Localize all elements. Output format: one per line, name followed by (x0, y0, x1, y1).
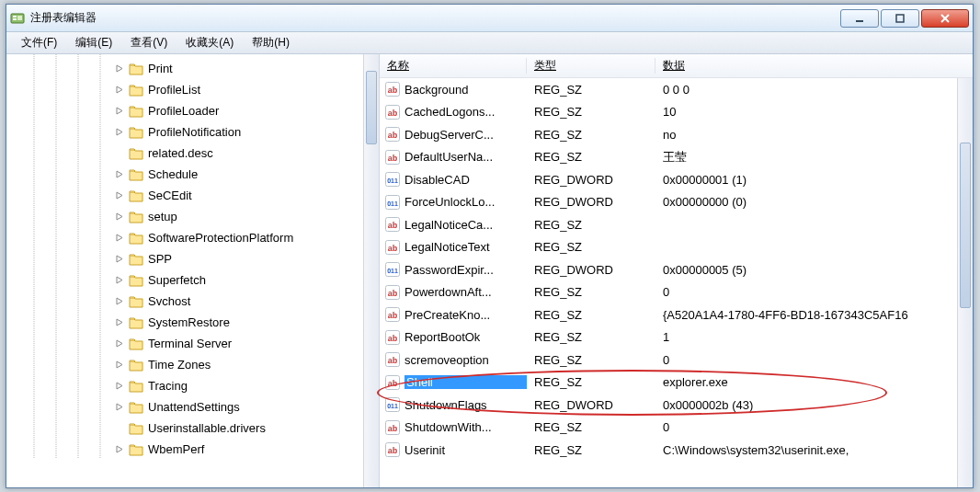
value-row[interactable]: abDebugServerC...REG_SZno (380, 123, 973, 146)
value-row[interactable]: abBackgroundREG_SZ0 0 0 (380, 78, 973, 101)
tree-item[interactable]: Svchost (6, 291, 379, 312)
value-row[interactable]: abShutdownWith...REG_SZ0 (380, 417, 973, 440)
maximize-button[interactable] (881, 9, 919, 28)
value-row[interactable]: abDefaultUserNa...REG_SZ王莹 (380, 146, 973, 169)
tree-item[interactable]: Print (6, 58, 379, 79)
svg-text:ab: ab (388, 244, 398, 253)
expand-icon[interactable] (115, 317, 125, 327)
tree-item[interactable]: SeCEdit (6, 185, 379, 206)
value-type: REG_DWORD (527, 195, 655, 209)
value-name: ReportBootOk (405, 330, 527, 344)
menu-edit[interactable]: 编辑(E) (66, 32, 121, 53)
tree-item[interactable]: WbemPerf (6, 439, 379, 460)
menu-favorites[interactable]: 收藏夹(A) (177, 32, 243, 53)
value-row[interactable]: abPreCreateKno...REG_SZ{A520A1A4-1780-4F… (380, 303, 973, 326)
svg-text:011: 011 (387, 200, 398, 206)
expand-icon[interactable] (115, 296, 125, 306)
value-row[interactable]: abCachedLogons...REG_SZ10 (380, 101, 973, 124)
tree-item[interactable]: related.desc (6, 143, 379, 164)
value-row[interactable]: abPowerdownAft...REG_SZ0 (380, 281, 973, 304)
tree-item[interactable]: SystemRestore (6, 312, 379, 333)
expand-icon[interactable] (115, 275, 125, 285)
tree-item[interactable]: Schedule (6, 164, 379, 185)
value-data: C:\Windows\system32\userinit.exe, (655, 443, 973, 457)
svg-text:ab: ab (388, 311, 398, 320)
string-icon: ab (385, 442, 400, 457)
folder-icon (129, 126, 143, 139)
svg-rect-3 (17, 16, 22, 20)
expand-icon[interactable] (115, 360, 125, 370)
col-data[interactable]: 数据 (655, 58, 973, 74)
tree-item-label: Terminal Server (148, 337, 232, 350)
value-name: Background (405, 83, 527, 97)
value-type: REG_SZ (527, 240, 655, 254)
value-row[interactable]: 011ShutdownFlagsREG_DWORD0x0000002b (43) (380, 394, 973, 417)
tree-item[interactable]: Superfetch (6, 269, 379, 291)
expand-icon[interactable] (115, 254, 125, 264)
expand-icon[interactable] (115, 381, 125, 391)
tree-item[interactable]: Userinstallable.drivers (6, 418, 379, 439)
expand-icon[interactable] (115, 212, 125, 222)
expand-icon[interactable] (115, 169, 125, 179)
tree-scrollbar[interactable] (363, 54, 379, 487)
svg-text:ab: ab (388, 86, 398, 95)
tree-item[interactable]: ProfileList (6, 79, 379, 100)
value-row[interactable]: 011DisableCADREG_DWORD0x00000001 (1) (380, 168, 973, 191)
string-icon: ab (385, 82, 400, 97)
close-button[interactable] (921, 9, 969, 28)
regedit-app-icon (10, 11, 25, 26)
menu-view[interactable]: 查看(V) (121, 32, 177, 53)
tree-item[interactable]: UnattendSettings (6, 396, 379, 418)
tree-item[interactable]: setup (6, 206, 379, 227)
folder-icon (129, 401, 143, 414)
titlebar[interactable]: 注册表编辑器 (6, 5, 973, 32)
expand-icon[interactable] (115, 338, 125, 349)
dword-icon: 011 (385, 262, 400, 277)
value-row[interactable]: abShellREG_SZexplorer.exe (380, 372, 973, 395)
expand-icon[interactable] (115, 106, 125, 116)
minimize-button[interactable] (840, 9, 879, 28)
value-row[interactable]: abLegalNoticeCa...REG_SZ (380, 213, 973, 236)
menu-help[interactable]: 帮助(H) (243, 32, 299, 53)
folder-icon (129, 63, 143, 75)
value-data: 0 (655, 285, 973, 299)
svg-text:ab: ab (388, 424, 398, 433)
tree-item-label: Schedule (148, 167, 198, 181)
tree-item[interactable]: ProfileNotification (6, 121, 379, 143)
tree-item[interactable]: Terminal Server (6, 333, 379, 354)
value-row[interactable]: abUserinitREG_SZC:\Windows\system32\user… (380, 439, 973, 462)
string-icon: ab (385, 217, 400, 232)
tree-item[interactable]: ProfileLoader (6, 100, 379, 121)
expand-icon[interactable] (115, 85, 125, 95)
tree-item[interactable]: SoftwareProtectionPlatform (6, 227, 379, 248)
expand-icon[interactable] (115, 148, 125, 158)
svg-text:011: 011 (387, 268, 398, 274)
menu-file[interactable]: 文件(F) (12, 32, 66, 53)
expand-icon[interactable] (115, 444, 125, 454)
value-row[interactable]: 011PasswordExpir...REG_DWORD0x00000005 (… (380, 258, 973, 281)
col-type[interactable]: 类型 (527, 58, 655, 74)
tree-item[interactable]: Tracing (6, 375, 379, 396)
col-name[interactable]: 名称 (380, 58, 527, 74)
value-row[interactable]: 011ForceUnlockLo...REG_DWORD0x00000000 (… (380, 191, 973, 214)
value-row[interactable]: abscremoveoptionREG_SZ0 (380, 349, 973, 372)
dword-icon: 011 (385, 397, 400, 412)
svg-text:011: 011 (387, 177, 398, 184)
expand-icon[interactable] (115, 233, 125, 243)
tree-item[interactable]: SPP (6, 248, 379, 269)
value-data: 0x0000002b (43) (655, 398, 973, 412)
expand-icon[interactable] (115, 402, 125, 412)
expand-icon[interactable] (115, 190, 125, 200)
expand-icon[interactable] (115, 63, 125, 74)
values-body[interactable]: abBackgroundREG_SZ0 0 0abCachedLogons...… (380, 78, 973, 487)
value-name: Userinit (405, 443, 527, 457)
folder-icon (129, 232, 143, 245)
value-name: CachedLogons... (405, 105, 527, 119)
value-row[interactable]: abReportBootOkREG_SZ1 (380, 326, 973, 349)
expand-icon[interactable] (115, 127, 125, 137)
tree-item[interactable]: Time Zones (6, 354, 379, 375)
values-scrollbar[interactable] (957, 78, 973, 487)
value-row[interactable]: abLegalNoticeTextREG_SZ (380, 236, 973, 259)
expand-icon[interactable] (115, 423, 125, 433)
tree-scroll[interactable]: PrintProfileListProfileLoaderProfileNoti… (6, 54, 379, 487)
